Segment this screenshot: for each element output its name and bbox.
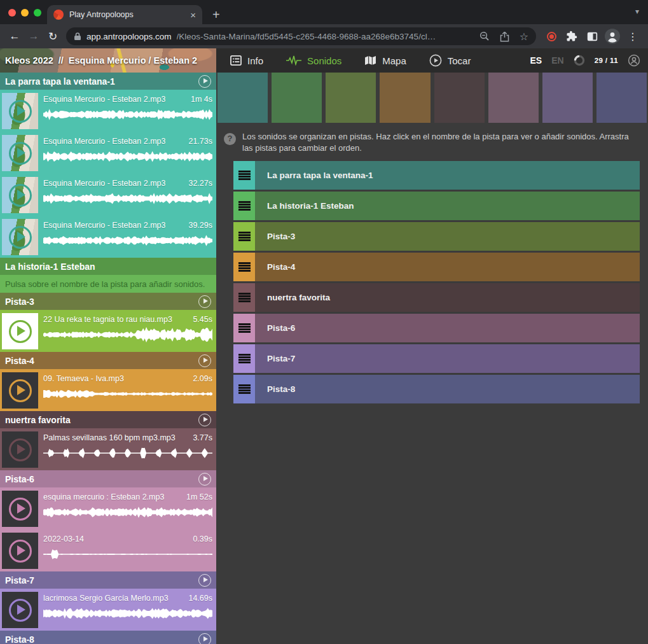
clip-title: Esquina Mercurio - Esteban 2.mp3 — [43, 179, 165, 188]
bookmark-star-icon[interactable]: ☆ — [520, 31, 528, 43]
track-row-name-button[interactable]: Pista-8 — [255, 375, 640, 403]
clip-duration: 1m 4s — [191, 95, 212, 104]
clip-thumbnail[interactable] — [2, 219, 38, 255]
audio-clip[interactable]: Esquina Mercurio - Esteban 2.mp332.27s — [0, 174, 216, 216]
track-row-name-button[interactable]: nuertra favorita — [255, 283, 640, 312]
drag-handle[interactable] — [233, 161, 255, 190]
track-header[interactable]: Pista-7 — [0, 571, 216, 589]
minimize-window-button[interactable] — [21, 9, 29, 17]
back-icon[interactable]: ← — [5, 30, 24, 43]
track-pad[interactable] — [217, 73, 268, 123]
drag-handle[interactable] — [233, 192, 255, 220]
track-row-name-button[interactable]: La parra tapa la ventana-1 — [255, 161, 640, 190]
forward-icon[interactable]: → — [24, 30, 43, 43]
lang-es-toggle[interactable]: ES — [530, 55, 542, 66]
drag-handle[interactable] — [233, 344, 255, 373]
audio-clip[interactable]: 2022-03-140.39s — [0, 529, 216, 571]
recording-extension-icon[interactable] — [541, 32, 562, 41]
clip-thumbnail[interactable] — [2, 431, 38, 468]
track-play-button[interactable] — [198, 574, 211, 587]
audio-clip[interactable]: 22 Ua reka te tagnia to rau niau.mp35.45… — [0, 310, 216, 352]
audio-clip[interactable]: Esquina Mercurio - Esteban 2.mp31m 4s — [0, 90, 216, 132]
clip-thumbnail[interactable] — [2, 313, 38, 349]
audio-clip[interactable]: Esquina Mercurio - Esteban 2.mp321.73s — [0, 132, 216, 174]
track-play-button[interactable] — [198, 633, 211, 644]
audio-clip[interactable]: 09. Temaeva - Iva.mp32.09s — [0, 369, 216, 411]
clip-thumbnail[interactable] — [2, 491, 38, 527]
close-tab-icon[interactable]: × — [190, 10, 196, 20]
track-row[interactable]: La parra tapa la ventana-1 — [233, 161, 640, 190]
track-pad[interactable] — [434, 73, 485, 123]
drag-handle[interactable] — [233, 375, 255, 403]
track-row[interactable]: nuertra favorita — [233, 283, 640, 312]
close-window-button[interactable] — [8, 9, 16, 17]
address-bar[interactable]: app.antropoloops.com /Kleos-Santa-Marina… — [66, 27, 536, 45]
track-header[interactable]: La parra tapa la ventana-1 — [0, 73, 216, 90]
track-pad[interactable] — [488, 73, 539, 123]
track-pad[interactable] — [380, 73, 430, 123]
track-pad[interactable] — [326, 73, 376, 123]
track-pad[interactable] — [542, 73, 593, 123]
clip-thumbnail[interactable] — [2, 177, 38, 213]
track-play-button[interactable] — [198, 473, 211, 486]
clip-thumbnail[interactable] — [2, 592, 38, 628]
extensions-puzzle-icon[interactable] — [562, 31, 582, 42]
tab-sonidos[interactable]: Sonidos — [286, 55, 341, 66]
drag-handle[interactable] — [233, 283, 255, 312]
track-row[interactable]: Pista-6 — [233, 314, 640, 342]
drag-handle[interactable] — [233, 253, 255, 281]
tab-overflow-chevron-icon[interactable]: ▾ — [635, 7, 639, 16]
track-pad[interactable] — [596, 73, 647, 123]
browser-tab[interactable]: Play Antropoloops × — [47, 5, 202, 24]
play-icon — [9, 184, 32, 207]
track-header[interactable]: Pista-4 — [0, 352, 216, 369]
clip-thumbnail[interactable] — [2, 372, 38, 409]
track-header[interactable]: La historia-1 Esteban — [0, 258, 216, 275]
track-play-button[interactable] — [198, 354, 211, 367]
lang-en-toggle[interactable]: EN — [551, 55, 563, 66]
track-row[interactable]: La historia-1 Esteban — [233, 192, 640, 220]
account-icon[interactable] — [628, 54, 640, 67]
clip-thumbnail[interactable] — [2, 93, 38, 129]
track-pad[interactable] — [272, 73, 322, 123]
track-list: La parra tapa la ventana-1 La historia-1… — [233, 161, 640, 403]
reload-icon[interactable]: ↻ — [43, 30, 62, 43]
fullscreen-window-button[interactable] — [34, 9, 41, 17]
project-banner-photo: Kleos 2022 // Esquina Mercurio / Esteban… — [0, 48, 216, 73]
audio-clip[interactable]: Palmas sevillanas 160 bpm mp3.mp33.77s — [0, 428, 216, 470]
profile-avatar[interactable] — [602, 28, 623, 45]
track-header[interactable]: Pista-3 — [0, 293, 216, 310]
track-row-name-button[interactable]: Pista-4 — [255, 253, 640, 281]
track-row-name-button[interactable]: Pista-3 — [255, 222, 640, 251]
clip-thumbnail[interactable] — [2, 533, 38, 569]
new-tab-button[interactable]: + — [212, 8, 220, 21]
tab-info[interactable]: Info — [230, 55, 263, 66]
track-header[interactable]: Pista-6 — [0, 470, 216, 487]
track-header[interactable]: Pista-8 — [0, 631, 216, 644]
waveform — [43, 327, 212, 342]
drag-handle[interactable] — [233, 314, 255, 342]
share-icon[interactable] — [500, 31, 509, 42]
track-row-name-button[interactable]: Pista-6 — [255, 314, 640, 342]
side-panel-icon[interactable] — [582, 32, 602, 41]
drag-handle[interactable] — [233, 222, 255, 251]
audio-clip[interactable]: lacrimosa Sergio García Merlo.mp314.69s — [0, 589, 216, 631]
track-play-button[interactable] — [198, 414, 211, 426]
zoom-out-icon[interactable] — [479, 31, 490, 41]
track-header[interactable]: nuertra favorita — [0, 411, 216, 428]
track-row[interactable]: Pista-3 — [233, 222, 640, 251]
tab-tocar[interactable]: Tocar — [429, 54, 471, 67]
sidebar-track-5: nuertra favorita Palmas sevillanas 160 b… — [0, 411, 216, 470]
browser-menu-icon[interactable]: ⋮ — [623, 31, 643, 43]
tab-mapa[interactable]: Mapa — [364, 55, 406, 66]
track-play-button[interactable] — [198, 75, 211, 88]
clip-thumbnail[interactable] — [2, 135, 38, 171]
track-play-button[interactable] — [198, 295, 211, 308]
track-row[interactable]: Pista-7 — [233, 344, 640, 373]
audio-clip[interactable]: Esquina Mercurio - Esteban 2.mp339.29s — [0, 216, 216, 258]
audio-clip[interactable]: esquina mercurio : Esteban 2.mp31m 52s — [0, 487, 216, 529]
track-row-name-button[interactable]: La historia-1 Esteban — [255, 192, 640, 220]
track-row[interactable]: Pista-4 — [233, 253, 640, 281]
track-row-name-button[interactable]: Pista-7 — [255, 344, 640, 373]
track-row[interactable]: Pista-8 — [233, 375, 640, 403]
